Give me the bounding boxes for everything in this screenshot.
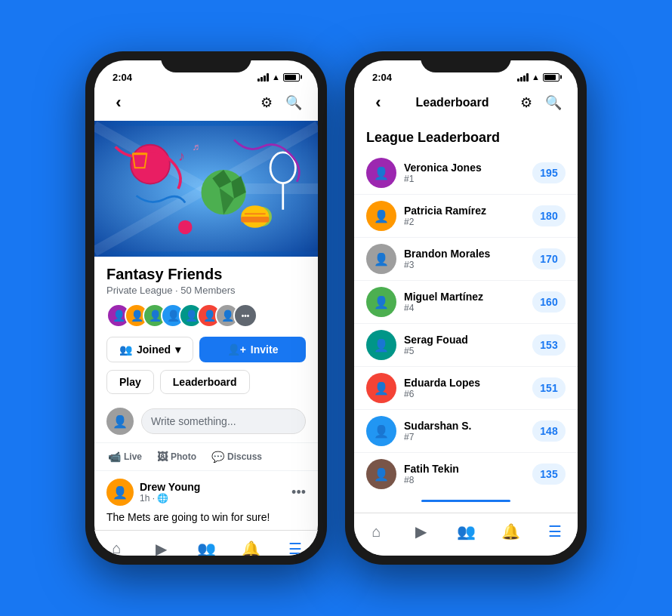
lb-score-5: 153: [532, 334, 566, 356]
lb-name-6: Eduarda Lopes: [404, 377, 532, 389]
media-buttons: 📹 Live 🖼 Photo 💬 Discuss: [94, 443, 318, 471]
compose-input[interactable]: Write something...: [141, 408, 306, 434]
leaderboard-item-6[interactable]: 👤 Eduarda Lopes #6 151: [354, 367, 578, 410]
lb-avatar-7: 👤: [366, 416, 396, 446]
post-author-block: Drew Young 1h · 🌐: [140, 481, 200, 504]
joined-button[interactable]: 👥 Joined ▾: [106, 337, 193, 362]
lb-rank-7: #7: [404, 432, 532, 442]
groups-icon-1: 👥: [197, 540, 216, 556]
lb-name-5: Serag Fouad: [404, 334, 532, 346]
svg-text:♬: ♬: [193, 141, 200, 152]
lb-score-6: 151: [532, 377, 566, 399]
lb-avatar-2: 👤: [366, 201, 396, 231]
secondary-buttons: Play Leaderboard: [106, 370, 306, 394]
bottom-nav-groups-1[interactable]: 👥: [183, 537, 228, 556]
lb-avatar-3: 👤: [366, 244, 396, 274]
battery-icon-2: [543, 73, 559, 82]
invite-button[interactable]: 👤+ Invite: [199, 337, 306, 362]
bottom-nav-menu-1[interactable]: ☰: [273, 537, 318, 556]
group-name: Fantasy Friends: [106, 266, 306, 283]
lb-rank-4: #4: [404, 303, 532, 313]
leaderboard-content: League Leaderboard 👤 Veronica Jones #1 1…: [354, 121, 578, 495]
discuss-label: Discuss: [227, 451, 262, 462]
leaderboard-item-8[interactable]: 👤 Fatih Tekin #8 135: [354, 453, 578, 495]
lb-score-8: 135: [532, 464, 566, 485]
status-icons-1: ▲: [257, 72, 300, 82]
hero-image: ♪ ♬: [94, 121, 318, 257]
battery-icon-1: [283, 73, 300, 82]
leaderboard-item-7[interactable]: 👤 Sudarshan S. #7 148: [354, 410, 578, 453]
lb-info-7: Sudarshan S. #7: [404, 420, 532, 442]
invite-icon: 👤+: [227, 343, 246, 356]
search-icon-1[interactable]: 🔍: [282, 91, 306, 115]
live-label: Live: [124, 451, 142, 462]
lb-name-4: Miguel Martínez: [404, 291, 532, 303]
group-meta: Private League · 50 Members: [106, 285, 306, 296]
lb-name-3: Brandon Morales: [404, 248, 532, 260]
settings-icon-2[interactable]: ⚙: [514, 91, 538, 115]
post-header-1: 👤 Drew Young 1h · 🌐 •••: [106, 479, 306, 506]
leaderboard-item-5[interactable]: 👤 Serag Fouad #5 153: [354, 324, 578, 367]
leaderboard-item-4[interactable]: 👤 Miguel Martínez #4 160: [354, 281, 578, 324]
post-avatar: 👤: [106, 479, 134, 506]
dropdown-arrow-icon: ▾: [175, 343, 180, 356]
bottom-nav-2: ⌂ ▶ 👥 🔔 ☰: [354, 513, 578, 556]
bottom-nav-video-1[interactable]: ▶: [139, 537, 183, 556]
back-button-2[interactable]: ‹: [366, 91, 390, 115]
bottom-nav-groups-2[interactable]: 👥: [443, 519, 488, 544]
phones-container: 2:04 ▲ ‹ ⚙: [85, 51, 587, 565]
post-content: The Mets are going to win for sure!: [106, 510, 306, 525]
status-icons-2: ▲: [517, 72, 559, 82]
lb-rank-1: #1: [404, 174, 532, 184]
bottom-nav-video-2[interactable]: ▶: [399, 519, 443, 544]
signal-icon-1: [257, 72, 269, 82]
bottom-nav-home-2[interactable]: ⌂: [354, 519, 399, 544]
member-avatars: 👤 👤 👤 👤 👤 👤 👤 •••: [106, 303, 306, 328]
leaderboard-item-3[interactable]: 👤 Brandon Morales #3 170: [354, 238, 578, 281]
bottom-nav-home-1[interactable]: ⌂: [94, 537, 139, 556]
photo-button[interactable]: 🖼 Photo: [150, 446, 204, 467]
live-button[interactable]: 📹 Live: [100, 446, 150, 467]
notch-1: [161, 51, 251, 72]
post-composer[interactable]: 👤 Write something...: [94, 400, 318, 443]
search-icon-2[interactable]: 🔍: [541, 91, 566, 115]
lb-rank-2: #2: [404, 217, 532, 227]
post-menu-button[interactable]: •••: [291, 485, 306, 500]
leaderboard-item-2[interactable]: 👤 Patricia Ramírez #2 180: [354, 195, 578, 238]
groups-icon-2: 👥: [457, 522, 476, 541]
lb-name-8: Fatih Tekin: [404, 463, 532, 475]
lb-info-6: Eduarda Lopes #6: [404, 377, 532, 399]
play-button[interactable]: Play: [106, 370, 154, 394]
svg-point-11: [178, 220, 193, 235]
scroll-indicator: [421, 500, 510, 502]
bottom-nav-bell-1[interactable]: 🔔: [229, 537, 273, 556]
photo-icon: 🖼: [157, 451, 168, 463]
lb-name-7: Sudarshan S.: [404, 420, 532, 432]
hero-sports-illustration: ♪ ♬: [94, 121, 318, 257]
leaderboard-button[interactable]: Leaderboard: [160, 370, 250, 394]
group-profile-section: Fantasy Friends Private League · 50 Memb…: [94, 257, 318, 400]
lb-score-3: 170: [532, 248, 566, 270]
member-avatar-more: •••: [233, 303, 257, 328]
nav-header-2: ‹ Leaderboard ⚙ 🔍: [354, 88, 578, 121]
lb-rank-3: #3: [404, 260, 532, 270]
settings-icon-1[interactable]: ⚙: [254, 91, 279, 115]
status-time-1: 2:04: [113, 72, 132, 83]
nav-header-1: ‹ ⚙ 🔍: [94, 88, 318, 121]
home-icon-1: ⌂: [113, 540, 122, 556]
post-1: 👤 Drew Young 1h · 🌐 ••• The Mets are goi…: [94, 471, 318, 530]
lb-avatar-8: 👤: [366, 459, 396, 489]
lb-score-4: 160: [532, 291, 566, 313]
bottom-nav-bell-2[interactable]: 🔔: [489, 519, 533, 544]
discuss-button[interactable]: 💬 Discuss: [204, 446, 270, 467]
phone-1-screen: 2:04 ▲ ‹ ⚙: [94, 60, 318, 556]
leaderboard-item-1[interactable]: 👤 Veronica Jones #1 195: [354, 152, 578, 195]
bottom-nav-menu-2[interactable]: ☰: [533, 519, 578, 544]
nav-icons-right-1: ⚙ 🔍: [254, 91, 306, 115]
live-icon: 📹: [108, 451, 121, 463]
signal-icon-2: [517, 72, 529, 82]
nav-icons-right-2: ⚙ 🔍: [514, 91, 566, 115]
menu-icon-2: ☰: [548, 522, 562, 541]
bell-icon-1: 🔔: [242, 540, 260, 556]
back-button-1[interactable]: ‹: [106, 91, 131, 115]
